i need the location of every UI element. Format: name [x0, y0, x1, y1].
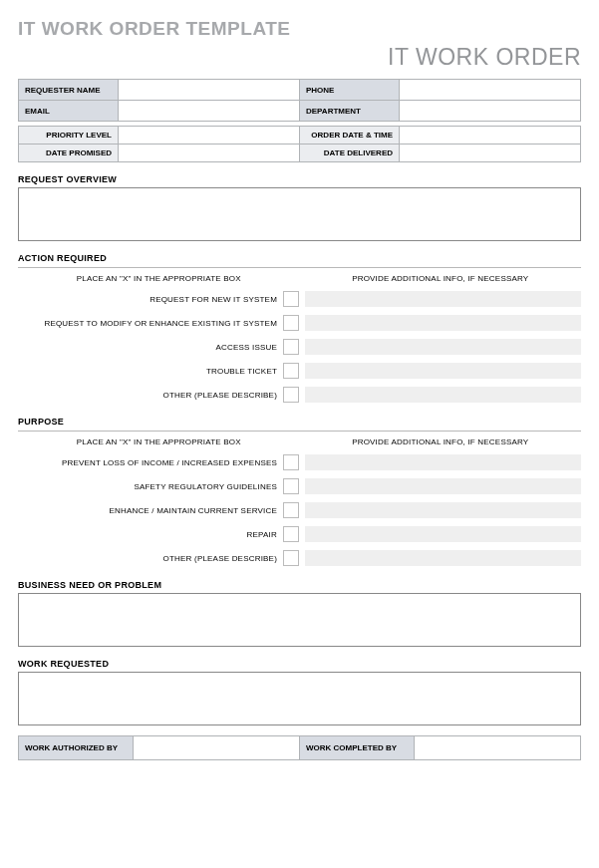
action-item-checkbox[interactable] — [283, 339, 299, 355]
work-textarea[interactable] — [18, 672, 581, 725]
action-item-row: REQUEST FOR NEW IT SYSTEM — [18, 289, 581, 309]
purpose-item-info-field[interactable] — [305, 478, 581, 494]
purpose-item-row: ENHANCE / MAINTAIN CURRENT SERVICE — [18, 500, 581, 520]
purpose-item-label: SAFETY REGULATORY GUIDELINES — [18, 482, 283, 491]
action-item-row: TROUBLE TICKET — [18, 361, 581, 381]
authorized-by-field[interactable] — [134, 736, 300, 760]
purpose-item-row: REPAIR — [18, 524, 581, 544]
action-item-checkbox[interactable] — [283, 291, 299, 307]
page-title: IT WORK ORDER TEMPLATE — [18, 18, 581, 40]
date-promised-field[interactable] — [119, 145, 300, 162]
purpose-section: PLACE AN "X" IN THE APPROPRIATE BOX PROV… — [18, 431, 581, 568]
signature-table: WORK AUTHORIZED BY WORK COMPLETED BY — [18, 735, 581, 760]
action-item-label: TROUBLE TICKET — [18, 367, 283, 376]
purpose-item-label: PREVENT LOSS OF INCOME / INCREASED EXPEN… — [18, 458, 283, 467]
action-item-row: REQUEST TO MODIFY OR ENHANCE EXISTING IT… — [18, 313, 581, 333]
requester-name-field[interactable] — [119, 80, 300, 101]
purpose-item-checkbox[interactable] — [283, 550, 299, 566]
business-textarea[interactable] — [18, 593, 581, 647]
action-item-row: OTHER (PLEASE DESCRIBE) — [18, 385, 581, 405]
date-promised-label: DATE PROMISED — [19, 145, 119, 162]
overview-heading: REQUEST OVERVIEW — [18, 174, 581, 184]
action-item-info-field[interactable] — [305, 387, 581, 403]
authorized-by-label: WORK AUTHORIZED BY — [19, 736, 134, 760]
purpose-item-checkbox[interactable] — [283, 454, 299, 470]
action-section: PLACE AN "X" IN THE APPROPRIATE BOX PROV… — [18, 267, 581, 405]
date-delivered-label: DATE DELIVERED — [300, 145, 400, 162]
department-field[interactable] — [400, 101, 581, 122]
page-subtitle: IT WORK ORDER — [18, 44, 581, 71]
action-header-right: PROVIDE ADDITIONAL INFO, IF NECESSARY — [300, 272, 582, 289]
action-item-info-field[interactable] — [305, 363, 581, 379]
overview-textarea[interactable] — [18, 187, 581, 241]
order-date-label: ORDER DATE & TIME — [300, 127, 400, 145]
email-field[interactable] — [119, 101, 300, 122]
completed-by-field[interactable] — [415, 736, 581, 760]
purpose-item-label: OTHER (PLEASE DESCRIBE) — [18, 554, 283, 563]
phone-label: PHONE — [300, 80, 400, 101]
action-item-label: ACCESS ISSUE — [18, 343, 283, 352]
action-item-label: REQUEST TO MODIFY OR ENHANCE EXISTING IT… — [18, 319, 283, 328]
priority-field[interactable] — [119, 127, 300, 145]
purpose-item-label: REPAIR — [18, 530, 283, 539]
action-item-label: OTHER (PLEASE DESCRIBE) — [18, 391, 283, 400]
meta-table: PRIORITY LEVEL ORDER DATE & TIME DATE PR… — [18, 126, 581, 162]
action-item-info-field[interactable] — [305, 339, 581, 355]
purpose-item-checkbox[interactable] — [283, 502, 299, 518]
action-item-label: REQUEST FOR NEW IT SYSTEM — [18, 295, 283, 304]
requester-table: REQUESTER NAME PHONE EMAIL DEPARTMENT — [18, 79, 581, 122]
purpose-item-row: OTHER (PLEASE DESCRIBE) — [18, 548, 581, 568]
purpose-heading: PURPOSE — [18, 417, 581, 427]
action-item-info-field[interactable] — [305, 291, 581, 307]
business-heading: BUSINESS NEED OR PROBLEM — [18, 580, 581, 590]
order-date-field[interactable] — [400, 127, 581, 145]
phone-field[interactable] — [400, 80, 581, 101]
requester-name-label: REQUESTER NAME — [19, 80, 119, 101]
action-heading: ACTION REQUIRED — [18, 253, 581, 263]
email-label: EMAIL — [19, 101, 119, 122]
action-header-left: PLACE AN "X" IN THE APPROPRIATE BOX — [18, 272, 300, 289]
purpose-header-right: PROVIDE ADDITIONAL INFO, IF NECESSARY — [300, 435, 582, 452]
purpose-item-info-field[interactable] — [305, 454, 581, 470]
purpose-item-info-field[interactable] — [305, 550, 581, 566]
purpose-item-row: SAFETY REGULATORY GUIDELINES — [18, 476, 581, 496]
completed-by-label: WORK COMPLETED BY — [300, 736, 415, 760]
action-item-row: ACCESS ISSUE — [18, 337, 581, 357]
purpose-item-checkbox[interactable] — [283, 526, 299, 542]
purpose-item-checkbox[interactable] — [283, 478, 299, 494]
action-item-checkbox[interactable] — [283, 315, 299, 331]
action-item-checkbox[interactable] — [283, 363, 299, 379]
purpose-item-info-field[interactable] — [305, 502, 581, 518]
purpose-item-row: PREVENT LOSS OF INCOME / INCREASED EXPEN… — [18, 452, 581, 472]
purpose-item-info-field[interactable] — [305, 526, 581, 542]
department-label: DEPARTMENT — [300, 101, 400, 122]
priority-label: PRIORITY LEVEL — [19, 127, 119, 145]
action-item-checkbox[interactable] — [283, 387, 299, 403]
work-heading: WORK REQUESTED — [18, 659, 581, 669]
purpose-header-left: PLACE AN "X" IN THE APPROPRIATE BOX — [18, 435, 300, 452]
action-item-info-field[interactable] — [305, 315, 581, 331]
date-delivered-field[interactable] — [400, 145, 581, 162]
purpose-item-label: ENHANCE / MAINTAIN CURRENT SERVICE — [18, 506, 283, 515]
